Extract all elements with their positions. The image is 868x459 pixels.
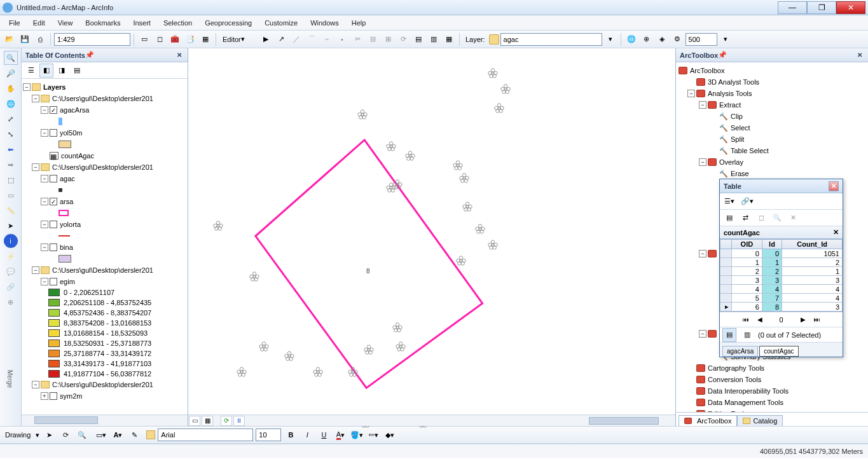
table-row[interactable]: ▸683 (720, 303, 843, 312)
legend-row[interactable]: 18,53250931 - 25,37188773 (23, 338, 186, 348)
select-by-attr-icon[interactable]: ▤ (722, 211, 736, 225)
expand-icon[interactable]: − (699, 330, 706, 338)
table-row[interactable]: 221 (720, 267, 843, 276)
fill-color-icon[interactable]: 🪣▾ (350, 428, 364, 442)
toolbox-item[interactable]: 🔨Table Select (679, 145, 865, 156)
layer-yol50m[interactable]: yol50m (60, 129, 82, 137)
row-header[interactable] (720, 294, 732, 303)
sketch-trace-icon[interactable]: ~ (320, 32, 334, 46)
switch-selection-icon[interactable]: ⇄ (738, 211, 752, 225)
expand-icon[interactable]: − (32, 95, 39, 102)
tree-symbol[interactable] (284, 350, 295, 362)
pin-icon[interactable]: 📌 (85, 51, 94, 60)
toc-tree[interactable]: −Layers −C:\Users\gul\Desktop\dersler201… (22, 79, 188, 414)
expand-icon[interactable]: − (41, 198, 48, 205)
pin-icon[interactable]: 📌 (718, 51, 727, 60)
toolbox-item[interactable]: Data Interoperability Tools (679, 385, 865, 397)
toc-group2[interactable]: C:\Users\gul\Desktop\dersler201 (52, 163, 153, 171)
maximize-button[interactable]: ❐ (807, 1, 836, 14)
layer-yolorta[interactable]: yolorta (60, 221, 81, 228)
open-icon[interactable]: 📂 (3, 32, 17, 46)
layer-countagac[interactable]: countAgac (61, 152, 94, 160)
menu-help[interactable]: Help (345, 17, 373, 29)
table-options-icon[interactable]: ☰▾ (722, 195, 736, 209)
layer-sym2m[interactable]: sym2m (60, 392, 82, 400)
split-icon[interactable]: ⊟ (366, 32, 380, 46)
select-element-icon[interactable]: ➤ (42, 428, 56, 442)
checkbox[interactable] (50, 392, 57, 400)
row-header[interactable] (720, 258, 732, 267)
last-record-icon[interactable]: ⏭ (812, 315, 822, 325)
table-row[interactable]: 112 (720, 258, 843, 267)
delete-selected-icon[interactable]: ✕ (786, 211, 800, 225)
tree-symbol[interactable] (487, 67, 499, 79)
tree-symbol[interactable] (385, 182, 397, 193)
georef-tool-icon[interactable]: ⊕ (640, 32, 654, 46)
transform-icon[interactable]: ⚙ (670, 32, 684, 46)
tree-symbol[interactable] (452, 160, 464, 171)
rectangle-icon[interactable]: ▭▾ (94, 428, 108, 442)
tree-symbol[interactable] (236, 366, 247, 378)
legend-row[interactable]: 33,31439173 - 41,91877103 (23, 359, 186, 369)
tree-symbol[interactable] (249, 271, 260, 282)
legend-row[interactable]: 41,91877104 - 56,03877812 (23, 369, 186, 379)
row-header[interactable] (720, 276, 732, 285)
checkbox[interactable] (50, 175, 57, 182)
list-by-drawing-icon[interactable]: ☰ (24, 64, 38, 78)
tree-symbol[interactable] (487, 239, 499, 250)
map-view[interactable]: 8 ▭ ▦ ⟳ ⏸ Table ✕ ☰▾ 🔗▾ ▤ ⇄ ◻ 🔍 (188, 48, 676, 426)
tree-symbol[interactable] (212, 220, 224, 231)
arctoolbox-root[interactable]: ArcToolbox (690, 67, 724, 74)
legend-row[interactable]: 8,383754208 - 13,01688153 (23, 318, 186, 328)
toc-close-icon[interactable]: ✕ (175, 51, 184, 60)
row-header[interactable] (720, 267, 732, 276)
layer-agac[interactable]: agac (60, 175, 75, 182)
tab-arctoolbox[interactable]: ArcToolbox (679, 415, 737, 426)
toc-group3[interactable]: C:\Users\gul\Desktop\dersler201 (52, 266, 153, 274)
tree-symbol[interactable] (455, 255, 467, 266)
list-by-selection-icon[interactable]: ▤ (70, 64, 84, 78)
toc-group1[interactable]: C:\Users\gul\Desktop\dersler201 (52, 95, 153, 102)
pause-icon[interactable]: ⏸ (233, 416, 245, 426)
create-features-icon[interactable]: ▦ (442, 32, 456, 46)
expand-icon[interactable]: − (41, 175, 48, 182)
sketch-arc-icon[interactable]: ⌒ (305, 32, 319, 46)
tab-agacarsa[interactable]: agacArsa (722, 346, 758, 357)
attributes-icon[interactable]: ▤ (411, 32, 425, 46)
tree-symbol[interactable] (458, 172, 470, 184)
toolbox-item[interactable]: 🔨Select (679, 122, 865, 134)
refresh-icon[interactable]: ⟳ (221, 416, 232, 426)
sketch-line-icon[interactable]: ／ (289, 32, 303, 46)
georef-link-icon[interactable]: ◈ (655, 32, 669, 46)
measure-icon[interactable]: 📏 (4, 203, 18, 217)
checkbox[interactable] (50, 278, 57, 285)
font-color-icon[interactable]: A▾ (333, 428, 347, 442)
tree-symbol[interactable] (385, 140, 397, 152)
edit-vertices-icon[interactable]: ↗ (274, 32, 288, 46)
fixed-zoom-in-icon[interactable]: ⤢ (4, 112, 18, 126)
list-by-source-icon[interactable]: ◧ (39, 64, 53, 78)
expand-icon[interactable]: + (41, 392, 48, 400)
prev-record-icon[interactable]: ◀ (755, 315, 765, 325)
expand-icon[interactable]: − (41, 221, 48, 228)
drawing-label[interactable]: Drawing (3, 431, 33, 439)
georef-icon[interactable]: 🌐 (624, 32, 638, 46)
map-hscroll[interactable] (245, 416, 675, 425)
layer-dropdown-icon[interactable]: ▾ (603, 32, 617, 46)
toolbox-item[interactable]: Conversion Tools (679, 374, 865, 385)
find-icon[interactable]: 🔗 (4, 280, 18, 294)
menu-selection[interactable]: Selection (157, 17, 198, 29)
clear-selection-icon[interactable]: ◻ (153, 32, 167, 46)
expand-icon[interactable]: − (41, 243, 48, 251)
select-element-icon[interactable]: ⬚ (4, 173, 18, 187)
identify-icon[interactable]: i (4, 234, 18, 248)
select-features-icon[interactable]: ▭ (137, 32, 151, 46)
menu-view[interactable]: View (52, 17, 79, 29)
layer-select[interactable] (500, 33, 602, 46)
table-row[interactable]: 444 (720, 285, 843, 294)
goto-xy-icon[interactable]: ⊕ (4, 295, 18, 309)
zoom-in-icon[interactable]: 🔍 (4, 51, 18, 65)
row-header[interactable] (720, 285, 732, 294)
menu-insert[interactable]: Insert (127, 17, 157, 29)
toolbox-item[interactable]: −Analysis Tools (679, 88, 865, 99)
